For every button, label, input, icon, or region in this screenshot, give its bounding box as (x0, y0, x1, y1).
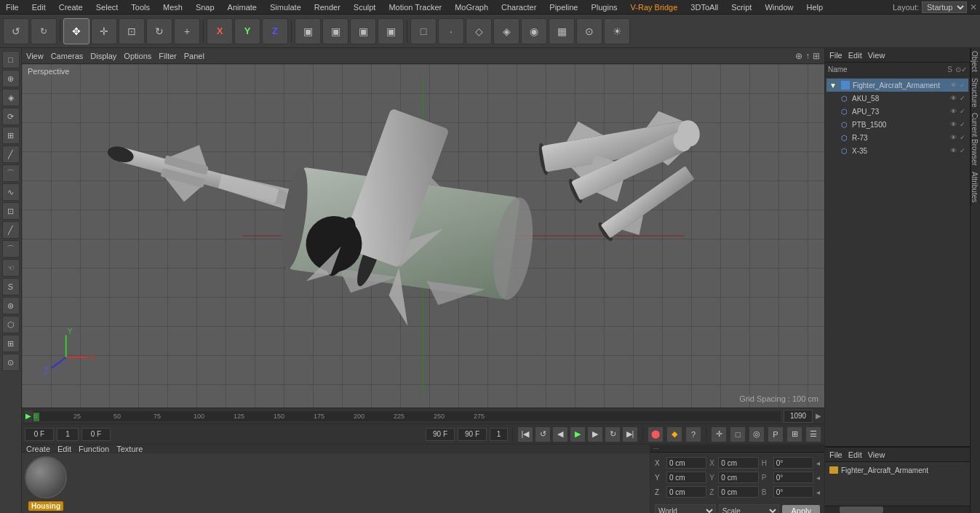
viewport-menu-filter[interactable]: Filter (159, 52, 176, 60)
toolbar-texture[interactable]: ▦ (549, 18, 575, 44)
viewport-menu-panel[interactable]: Panel (184, 52, 204, 60)
menu-3dtoall[interactable]: 3DToAll (688, 3, 721, 12)
vtab-browser[interactable]: Current Browser (971, 110, 980, 169)
menu-simulate[interactable]: Simulate (267, 3, 304, 12)
toolbar-select[interactable]: ✥ (63, 18, 89, 44)
menu-window[interactable]: Window (762, 3, 796, 12)
x-pos-value[interactable]: 0 cm (666, 457, 706, 469)
toolbar-poly-mode[interactable]: ◈ (493, 18, 519, 44)
viewport-3d[interactable]: Perspective (22, 64, 824, 407)
toolbar-render-region[interactable]: ▣ (295, 18, 321, 44)
menu-select[interactable]: Select (93, 3, 121, 12)
tool-knife[interactable]: ╱ (2, 146, 20, 163)
p-value[interactable]: 0° (773, 472, 813, 483)
toolbar-undo[interactable]: ↺ (3, 18, 29, 44)
viewport-menu-view[interactable]: View (26, 52, 44, 60)
play-reverse[interactable]: ↺ (535, 426, 551, 442)
viewport-menu-options[interactable]: Options (124, 52, 151, 60)
frame-end-input2[interactable] (458, 428, 487, 441)
tool-smooth[interactable]: S (2, 278, 20, 295)
menu-plugins[interactable]: Plugins (588, 3, 620, 12)
menu-sculpt[interactable]: Sculpt (351, 3, 379, 12)
menu-edit[interactable]: Edit (29, 3, 49, 12)
menu-script[interactable]: Script (728, 3, 754, 12)
y-rot-value[interactable]: 0 cm (718, 472, 758, 483)
menu-vray-bridge[interactable]: V-Ray Bridge (628, 3, 681, 12)
tree-item-aku58[interactable]: ⬡ AKU_58 👁 ✓ (826, 92, 968, 105)
toolbar-scale[interactable]: ⊡ (119, 18, 145, 44)
menu-render[interactable]: Render (311, 3, 343, 12)
z-pos-value[interactable]: 0 cm (666, 486, 706, 498)
track-btn[interactable]: ◎ (749, 426, 765, 442)
vtab-structure[interactable]: Structure (971, 75, 980, 111)
viewport-menu-cameras[interactable]: Cameras (51, 52, 84, 60)
obj-menu-edit[interactable]: Edit (848, 51, 862, 60)
tool-live-selection[interactable]: ⊕ (2, 70, 20, 87)
motion-key[interactable]: ✛ (711, 426, 727, 442)
auto-key[interactable]: □ (730, 426, 746, 442)
toolbar-point-mode[interactable]: · (438, 18, 464, 44)
tool-subdivide[interactable]: ⬡ (2, 316, 20, 333)
attr-menu-view[interactable]: View (868, 450, 885, 459)
toolbar-x-axis[interactable]: X (207, 18, 233, 44)
attr-item-root[interactable]: Fighter_Aircraft_Armament (828, 464, 967, 477)
toolbar-edge-mode[interactable]: ◇ (466, 18, 492, 44)
timeline[interactable]: ▶ 0 25 50 75 100 125 150 175 200 225 250… (22, 407, 824, 423)
obj-menu-file[interactable]: File (829, 51, 842, 60)
menu-tools[interactable]: Tools (128, 3, 153, 12)
tool-sculpt[interactable]: ⊛ (2, 297, 20, 314)
toolbar-render-view[interactable]: ▣ (322, 18, 348, 44)
menu-snap[interactable]: Snap (193, 3, 218, 12)
key-btn[interactable]: ◆ (666, 426, 682, 442)
play-forward[interactable]: ▶ (570, 426, 586, 442)
toolbar-z-axis[interactable]: Z (262, 18, 288, 44)
toolbar-uv-mode[interactable]: ◉ (521, 18, 547, 44)
eye-icon-2[interactable]: 👁 (950, 108, 957, 115)
menu-mograph[interactable]: MoGraph (452, 3, 491, 12)
scale-dropdown[interactable]: Scale (719, 504, 780, 513)
material-preview[interactable] (25, 456, 67, 498)
tool-measure[interactable]: ⊙ (2, 354, 20, 371)
tool-snap[interactable]: ⊞ (2, 335, 20, 352)
tree-item-ptb1500[interactable]: ⬡ PTB_1500 👁 ✓ (826, 118, 968, 131)
toolbar-object-mode[interactable]: □ (410, 18, 437, 44)
menu-help[interactable]: Help (804, 3, 826, 12)
eye-icon-3[interactable]: 👁 (950, 121, 957, 128)
toolbar-rotate[interactable]: ↻ (146, 18, 172, 44)
step-back[interactable]: ◀ (552, 426, 568, 442)
x-rot-value[interactable]: 0 cm (718, 457, 758, 469)
tool-arc[interactable]: ⌒ (2, 240, 20, 258)
timeline-track[interactable]: 0 25 50 75 100 125 150 175 200 225 250 2… (33, 411, 781, 421)
menu-file[interactable]: File (3, 3, 22, 12)
question-btn[interactable]: ? (685, 426, 701, 442)
tool-magnet[interactable]: ⊞ (2, 127, 20, 144)
toolbar-y-axis[interactable]: Y (234, 18, 260, 44)
viewport-icon-expand[interactable]: ⊕ (795, 51, 802, 61)
morph-btn[interactable]: ⊞ (786, 426, 802, 442)
h-value[interactable]: 0° (773, 457, 813, 469)
world-dropdown[interactable]: World (655, 504, 716, 513)
tool-grab[interactable]: ☜ (2, 259, 20, 277)
toolbar-render-all[interactable]: ▣ (350, 18, 376, 44)
toolbar-camera[interactable]: ⊙ (576, 18, 602, 44)
toolbar-redo[interactable]: ↻ (31, 18, 57, 44)
b-value[interactable]: 0° (773, 486, 813, 498)
scrollbar-thumb[interactable] (840, 506, 883, 513)
tool-twist[interactable]: ∿ (2, 183, 20, 201)
timeline-end-frame[interactable] (784, 410, 813, 423)
layout-btn[interactable]: ☰ (805, 426, 821, 442)
eye-icon-5[interactable]: 👁 (950, 147, 957, 154)
menu-create[interactable]: Create (56, 3, 86, 12)
tool-bend[interactable]: ⌒ (2, 164, 20, 182)
tool-freehand[interactable]: ◈ (2, 89, 20, 106)
eye-icon-1[interactable]: 👁 (950, 95, 957, 102)
material-name[interactable]: Housing (28, 501, 63, 511)
tree-item-x35[interactable]: ⬡ X-35 👁 ✓ (826, 144, 968, 157)
current-frame-input[interactable]: 0 F (81, 428, 111, 441)
frame-end-input1[interactable] (426, 428, 455, 441)
horizontal-scrollbar[interactable] (825, 506, 970, 513)
menu-animate[interactable]: Animate (225, 3, 260, 12)
tool-line[interactable]: ╱ (2, 221, 20, 239)
menu-motion-tracker[interactable]: Motion Tracker (386, 3, 445, 12)
goto-start[interactable]: |◀ (517, 426, 533, 442)
